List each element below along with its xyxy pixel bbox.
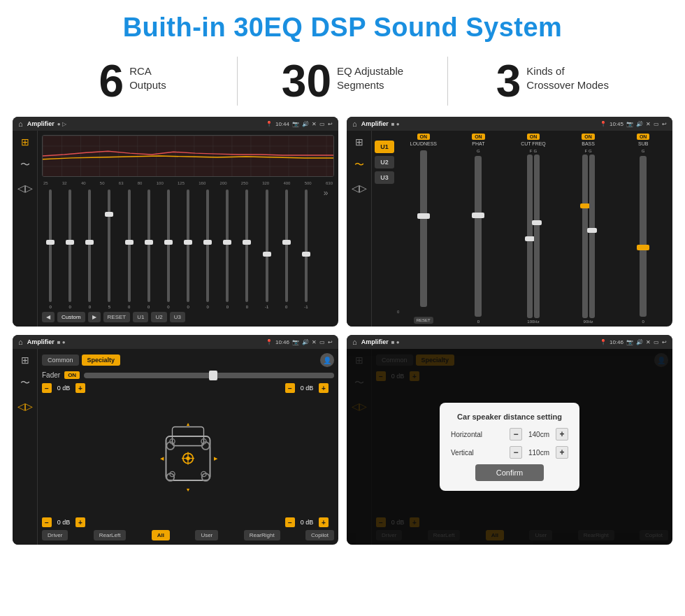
dialog-overlay: Car speaker distance setting Horizontal … [347,349,672,545]
stat-divider-2 [447,57,448,106]
car-svg: ▲ ▼ ◀ ▶ [157,417,219,494]
u2-button[interactable]: U2 [375,156,394,169]
back-icon-1: ↩ [328,121,333,127]
fader-sidebar-active-icon[interactable]: ◁▷ [17,401,33,412]
top-right-db-value: 0 dB [297,385,317,392]
eq-main-area: 2532 4050 6380 100125 160200 250320 4005… [38,131,338,327]
tab-common[interactable]: Common [42,354,79,366]
u1-button[interactable]: U1 [375,141,394,153]
copilot-btn[interactable]: Copilot [305,530,334,540]
phat-label: PHAT [472,141,484,146]
speaker-layout: − 0 dB + − 0 dB + [42,383,334,527]
eq-u1-btn[interactable]: U1 [133,312,148,322]
fader-slider[interactable] [84,373,334,378]
home-icon-4[interactable]: ⌂ [352,338,357,346]
fader-tab-right: 👤 [320,353,334,367]
crossover-left-sidebar: ⊞ 〜 ◁▷ [347,131,372,327]
crossover-sidebar-speaker-icon[interactable]: ◁▷ [352,182,367,194]
bottom-right-plus-btn[interactable]: + [319,517,329,527]
all-btn[interactable]: All [152,530,170,540]
top-left-plus-btn[interactable]: + [75,383,85,393]
camera-icon-2: 📷 [626,121,633,127]
avatar-icon-3[interactable]: 👤 [320,353,334,367]
camera-icon-1: 📷 [292,121,299,127]
horizontal-plus-btn[interactable]: + [556,428,568,440]
volume-icon-4: 🔊 [636,339,643,345]
vertical-minus-btn[interactable]: − [510,446,522,459]
bottom-left-minus-btn[interactable]: − [42,517,52,527]
eq-sidebar-filter-icon[interactable]: ⊞ [21,136,29,148]
top-left-minus-btn[interactable]: − [42,383,52,393]
bottom-right-db: − 0 dB + [285,517,334,527]
fader-tab-row: Common Specialty 👤 [42,353,334,367]
volume-icon-1: 🔊 [302,121,309,127]
top-right-plus-btn[interactable]: + [319,383,329,393]
svg-text:▶: ▶ [214,455,218,461]
confirm-button[interactable]: Confirm [475,464,545,481]
home-icon-3[interactable]: ⌂ [18,338,23,346]
crossover-sidebar-active-icon[interactable]: 〜 [354,159,364,171]
window-icon-3: ▭ [319,339,325,345]
driver-btn[interactable]: Driver [42,530,68,540]
tab-specialty[interactable]: Specialty [82,354,121,366]
bottom-right-minus-btn[interactable]: − [285,517,295,527]
x-icon-1: ✕ [312,121,317,127]
fader-sidebar-wave-icon[interactable]: 〜 [20,377,30,389]
user-btn[interactable]: User [195,530,218,540]
location-icon-1: 📍 [266,121,273,127]
stat-rca-number: 6 [99,59,124,103]
loudness-reset[interactable]: RESET [414,317,433,324]
screen4-dots: ■ ● [391,339,400,345]
eq-u3-btn[interactable]: U3 [170,312,185,322]
stat-crossover-number: 3 [496,59,521,103]
eq-play-btn[interactable]: ▶ [88,312,101,322]
bottom-left-db: − 0 dB + [42,517,91,527]
top-left-db-value: 0 dB [54,385,73,392]
eq-prev-btn[interactable]: ◀ [42,312,55,322]
u3-button[interactable]: U3 [375,171,394,184]
x-icon-4: ✕ [646,339,651,345]
eq-slider-10: 0 [219,188,236,309]
rearleft-btn[interactable]: RearLeft [94,530,127,540]
screen-dialog: ⌂ Amplifier ■ ● 📍 10:46 📷 🔊 ✕ ▭ ↩ ⊞ 〜 [347,335,672,545]
fader-on-toggle[interactable]: ON [64,371,80,379]
eq-custom-btn[interactable]: Custom [57,312,85,322]
home-icon-1[interactable]: ⌂ [18,120,23,128]
eq-slider-3: 0 [81,188,98,309]
home-icon-2[interactable]: ⌂ [352,120,357,128]
bottom-right-db-value: 0 dB [297,519,317,526]
eq-slider-6: 0 [140,188,157,309]
screen3-title: Amplifier [27,338,55,345]
status-bar-3: ⌂ Amplifier ■ ● 📍 10:46 📷 🔊 ✕ ▭ ↩ [13,335,338,349]
eq-expand-icon[interactable]: » [317,188,334,309]
page-wrapper: Buith-in 30EQ DSP Sound System 6 RCAOutp… [0,0,685,616]
vertical-plus-btn[interactable]: + [556,446,568,459]
status-bar-4: ⌂ Amplifier ■ ● 📍 10:46 📷 🔊 ✕ ▭ ↩ [347,335,672,349]
ctrl-sub: ON SUB G 0 [616,134,670,324]
eq-left-sidebar: ⊞ 〜 ◁▷ [13,131,38,327]
back-icon-2: ↩ [662,121,667,127]
horizontal-value: 140cm [525,431,553,438]
stats-row: 6 RCAOutputs 30 EQ AdjustableSegments 3 … [0,51,685,117]
fader-sidebar-eq-icon[interactable]: ⊞ [21,354,29,366]
eq-u2-btn[interactable]: U2 [151,312,166,322]
bottom-left-plus-btn[interactable]: + [75,517,85,527]
dialog-horizontal-label: Horizontal [451,431,482,438]
top-right-minus-btn[interactable]: − [285,383,295,393]
crossover-main-area: U1 U2 U3 ON LOUDNESS 0 [372,131,672,327]
fader-left-sidebar: ⊞ 〜 ◁▷ [13,349,38,545]
eq-slider-11: 0 [238,188,255,309]
eq-sidebar-wave-icon[interactable]: 〜 [20,159,30,171]
horizontal-minus-btn[interactable]: − [510,428,522,440]
screens-grid: ⌂ Amplifier ● ▷ 📍 10:44 📷 🔊 ✕ ▭ ↩ ⊞ 〜 ◁▷ [0,117,685,552]
eq-reset-btn[interactable]: RESET [103,312,131,322]
svg-point-11 [186,457,189,460]
stat-divider-1 [237,57,238,106]
eq-slider-2: 0 [62,188,78,309]
svg-text:▲: ▲ [185,421,190,427]
eq-sidebar-speaker-icon[interactable]: ◁▷ [17,182,33,194]
screen4-time: 10:46 [610,339,623,345]
crossover-sidebar-eq-icon[interactable]: ⊞ [355,136,363,148]
rearright-btn[interactable]: RearRight [244,530,280,540]
location-icon-4: 📍 [600,339,607,345]
